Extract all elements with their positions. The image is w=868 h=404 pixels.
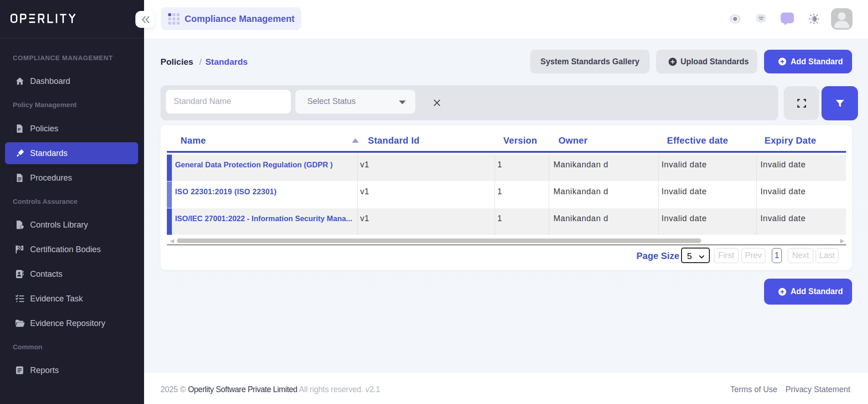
svg-text:P: P bbox=[18, 127, 21, 132]
